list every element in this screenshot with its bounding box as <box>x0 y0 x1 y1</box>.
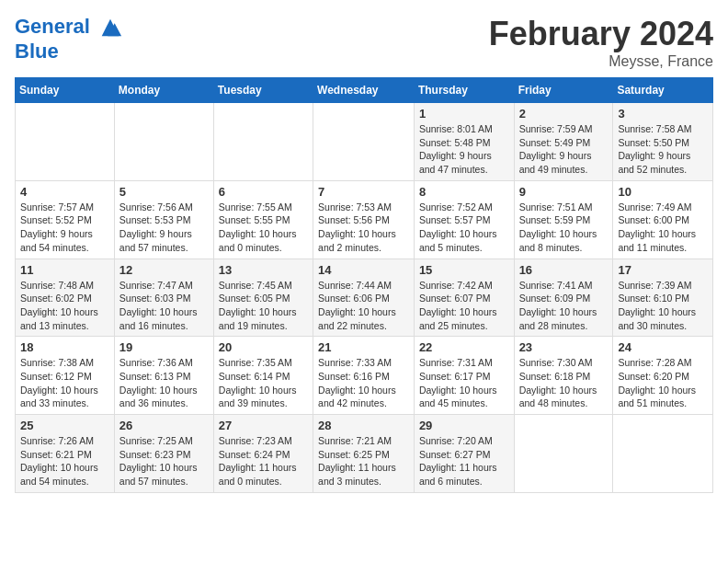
day-number: 12 <box>119 263 209 277</box>
day-number: 15 <box>419 263 509 277</box>
week-row-4: 18Sunrise: 7:38 AMSunset: 6:12 PMDayligh… <box>16 337 713 415</box>
day-info: Sunrise: 7:21 AMSunset: 6:25 PMDaylight:… <box>318 434 409 488</box>
day-number: 7 <box>318 185 409 199</box>
day-info: Sunrise: 7:56 AMSunset: 5:53 PMDaylight:… <box>119 201 209 255</box>
calendar-cell: 20Sunrise: 7:35 AMSunset: 6:14 PMDayligh… <box>213 337 313 415</box>
day-number: 26 <box>119 419 209 432</box>
day-number: 8 <box>419 185 509 199</box>
day-info: Sunrise: 7:57 AMSunset: 5:52 PMDaylight:… <box>20 201 109 255</box>
day-number: 3 <box>618 107 708 121</box>
day-number: 18 <box>20 340 109 354</box>
calendar-cell <box>16 103 115 181</box>
day-info: Sunrise: 7:47 AMSunset: 6:03 PMDaylight:… <box>119 279 209 333</box>
title-area: February 2024 Meysse, France <box>489 15 713 70</box>
day-number: 27 <box>219 419 308 432</box>
day-number: 17 <box>618 263 708 277</box>
header-row: SundayMondayTuesdayWednesdayThursdayFrid… <box>16 78 713 103</box>
calendar-table: SundayMondayTuesdayWednesdayThursdayFrid… <box>15 77 713 493</box>
location: Meysse, France <box>489 53 713 70</box>
calendar-cell: 8Sunrise: 7:52 AMSunset: 5:57 PMDaylight… <box>414 180 514 259</box>
day-number: 16 <box>519 263 609 277</box>
week-row-2: 4Sunrise: 7:57 AMSunset: 5:52 PMDaylight… <box>16 180 713 259</box>
week-row-3: 11Sunrise: 7:48 AMSunset: 6:02 PMDayligh… <box>16 259 713 337</box>
day-number: 29 <box>419 419 509 432</box>
calendar-cell: 16Sunrise: 7:41 AMSunset: 6:09 PMDayligh… <box>514 259 613 337</box>
logo-line1: General <box>15 15 90 38</box>
calendar-cell <box>213 103 313 181</box>
calendar-cell: 6Sunrise: 7:55 AMSunset: 5:55 PMDaylight… <box>213 180 313 259</box>
day-info: Sunrise: 7:59 AMSunset: 5:49 PMDaylight:… <box>519 122 609 177</box>
calendar-cell: 17Sunrise: 7:39 AMSunset: 6:10 PMDayligh… <box>613 259 713 337</box>
calendar-cell: 25Sunrise: 7:26 AMSunset: 6:21 PMDayligh… <box>16 415 115 493</box>
day-info: Sunrise: 7:49 AMSunset: 6:00 PMDaylight:… <box>618 201 708 255</box>
calendar-cell <box>114 103 213 181</box>
calendar-cell: 28Sunrise: 7:21 AMSunset: 6:25 PMDayligh… <box>313 415 415 493</box>
day-info: Sunrise: 7:52 AMSunset: 5:57 PMDaylight:… <box>419 201 509 255</box>
day-number: 22 <box>419 340 509 354</box>
calendar-cell: 13Sunrise: 7:45 AMSunset: 6:05 PMDayligh… <box>213 259 313 337</box>
day-number: 14 <box>318 263 409 277</box>
day-number: 11 <box>20 263 109 277</box>
day-number: 1 <box>419 107 509 121</box>
day-info: Sunrise: 7:42 AMSunset: 6:07 PMDaylight:… <box>419 279 509 333</box>
day-header-thursday: Thursday <box>414 78 514 103</box>
day-number: 19 <box>119 340 209 354</box>
day-number: 13 <box>219 263 308 277</box>
day-info: Sunrise: 8:01 AMSunset: 5:48 PMDaylight:… <box>419 122 509 177</box>
day-info: Sunrise: 7:20 AMSunset: 6:27 PMDaylight:… <box>419 434 509 488</box>
day-info: Sunrise: 7:44 AMSunset: 6:06 PMDaylight:… <box>318 279 409 333</box>
day-number: 21 <box>318 340 409 354</box>
calendar-cell: 11Sunrise: 7:48 AMSunset: 6:02 PMDayligh… <box>16 259 115 337</box>
month-title: February 2024 <box>489 15 713 53</box>
calendar-cell: 26Sunrise: 7:25 AMSunset: 6:23 PMDayligh… <box>114 415 213 493</box>
day-info: Sunrise: 7:26 AMSunset: 6:21 PMDaylight:… <box>20 434 109 488</box>
calendar-cell: 22Sunrise: 7:31 AMSunset: 6:17 PMDayligh… <box>414 337 514 415</box>
calendar-cell: 3Sunrise: 7:58 AMSunset: 5:50 PMDaylight… <box>613 103 713 181</box>
calendar-cell: 19Sunrise: 7:36 AMSunset: 6:13 PMDayligh… <box>114 337 213 415</box>
day-header-tuesday: Tuesday <box>213 78 313 103</box>
day-number: 28 <box>318 419 409 432</box>
day-info: Sunrise: 7:36 AMSunset: 6:13 PMDaylight:… <box>119 356 209 410</box>
day-number: 6 <box>219 185 308 199</box>
calendar-cell: 29Sunrise: 7:20 AMSunset: 6:27 PMDayligh… <box>414 415 514 493</box>
logo: General Blue <box>15 15 123 63</box>
day-info: Sunrise: 7:41 AMSunset: 6:09 PMDaylight:… <box>519 279 609 333</box>
day-info: Sunrise: 7:23 AMSunset: 6:24 PMDaylight:… <box>219 434 308 488</box>
calendar-cell: 15Sunrise: 7:42 AMSunset: 6:07 PMDayligh… <box>414 259 514 337</box>
day-info: Sunrise: 7:38 AMSunset: 6:12 PMDaylight:… <box>20 356 109 410</box>
calendar-cell: 10Sunrise: 7:49 AMSunset: 6:00 PMDayligh… <box>613 180 713 259</box>
calendar-cell: 27Sunrise: 7:23 AMSunset: 6:24 PMDayligh… <box>213 415 313 493</box>
day-info: Sunrise: 7:39 AMSunset: 6:10 PMDaylight:… <box>618 279 708 333</box>
day-number: 25 <box>20 419 109 432</box>
day-info: Sunrise: 7:35 AMSunset: 6:14 PMDaylight:… <box>219 356 308 410</box>
calendar-cell: 9Sunrise: 7:51 AMSunset: 5:59 PMDaylight… <box>514 180 613 259</box>
day-info: Sunrise: 7:55 AMSunset: 5:55 PMDaylight:… <box>219 201 308 255</box>
calendar-cell: 24Sunrise: 7:28 AMSunset: 6:20 PMDayligh… <box>613 337 713 415</box>
day-number: 4 <box>20 185 109 199</box>
calendar-cell: 7Sunrise: 7:53 AMSunset: 5:56 PMDaylight… <box>313 180 415 259</box>
calendar-cell: 14Sunrise: 7:44 AMSunset: 6:06 PMDayligh… <box>313 259 415 337</box>
week-row-5: 25Sunrise: 7:26 AMSunset: 6:21 PMDayligh… <box>16 415 713 493</box>
day-info: Sunrise: 7:31 AMSunset: 6:17 PMDaylight:… <box>419 356 509 410</box>
day-number: 20 <box>219 340 308 354</box>
calendar-cell: 21Sunrise: 7:33 AMSunset: 6:16 PMDayligh… <box>313 337 415 415</box>
calendar-cell: 23Sunrise: 7:30 AMSunset: 6:18 PMDayligh… <box>514 337 613 415</box>
day-number: 5 <box>119 185 209 199</box>
calendar-cell <box>613 415 713 493</box>
day-info: Sunrise: 7:48 AMSunset: 6:02 PMDaylight:… <box>20 279 109 333</box>
day-number: 24 <box>618 340 708 354</box>
day-header-wednesday: Wednesday <box>313 78 415 103</box>
calendar-cell <box>313 103 415 181</box>
calendar-cell: 4Sunrise: 7:57 AMSunset: 5:52 PMDaylight… <box>16 180 115 259</box>
day-number: 2 <box>519 107 609 121</box>
calendar-cell: 18Sunrise: 7:38 AMSunset: 6:12 PMDayligh… <box>16 337 115 415</box>
day-info: Sunrise: 7:25 AMSunset: 6:23 PMDaylight:… <box>119 434 209 488</box>
day-header-monday: Monday <box>114 78 213 103</box>
calendar-cell <box>514 415 613 493</box>
week-row-1: 1Sunrise: 8:01 AMSunset: 5:48 PMDaylight… <box>16 103 713 181</box>
day-number: 23 <box>519 340 609 354</box>
calendar-cell: 1Sunrise: 8:01 AMSunset: 5:48 PMDaylight… <box>414 103 514 181</box>
day-info: Sunrise: 7:45 AMSunset: 6:05 PMDaylight:… <box>219 279 308 333</box>
page-header: General Blue February 2024 Meysse, Franc… <box>15 15 713 70</box>
day-header-saturday: Saturday <box>613 78 713 103</box>
